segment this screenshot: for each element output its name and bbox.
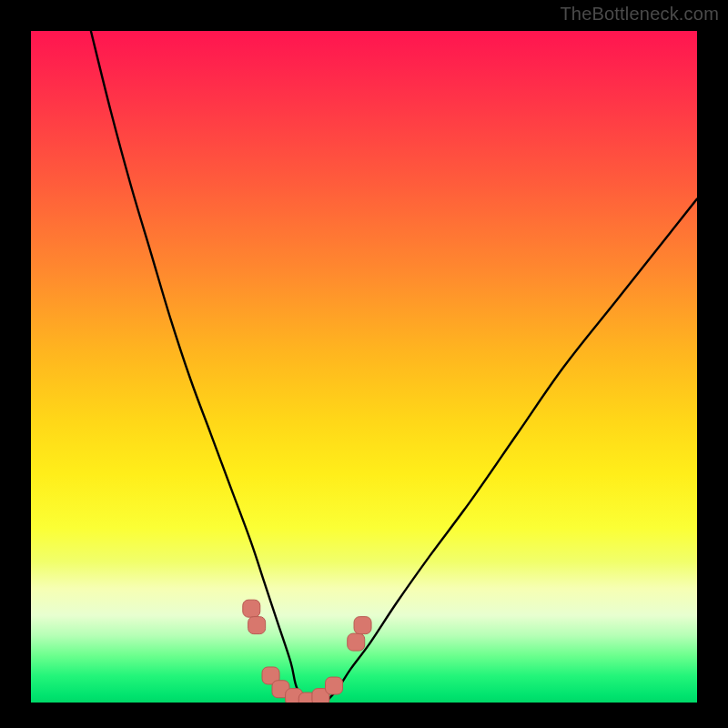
data-marker (248, 617, 266, 634)
plot-svg (31, 31, 697, 703)
data-marker (354, 617, 371, 634)
data-marker (243, 600, 260, 617)
data-marker (326, 677, 343, 694)
data-marker (348, 633, 365, 651)
plot-area (31, 31, 697, 703)
watermark-text: TheBottleneck.com (560, 4, 719, 25)
chart-frame: TheBottleneck.com (0, 0, 728, 728)
bottleneck-curve (91, 31, 697, 703)
data-markers (243, 600, 371, 703)
